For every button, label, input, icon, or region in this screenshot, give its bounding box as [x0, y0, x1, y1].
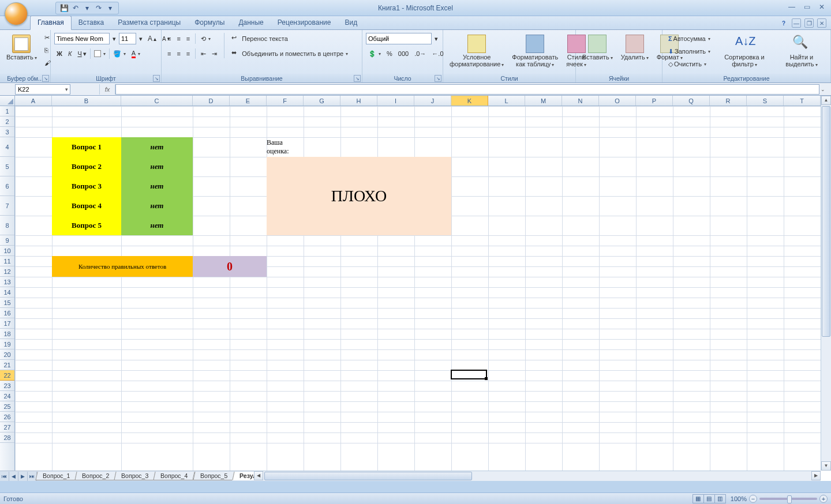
win-close-icon[interactable]: ✕: [817, 18, 826, 28]
zoom-level[interactable]: 100%: [731, 495, 747, 502]
sheet-nav-prev-icon[interactable]: ◀: [9, 472, 18, 481]
fx-icon[interactable]: fx: [99, 84, 115, 95]
save-icon[interactable]: 💾: [59, 3, 69, 13]
scroll-right-icon[interactable]: ▶: [811, 471, 821, 480]
cell-question-4[interactable]: Вопрос 4: [52, 196, 121, 216]
view-pagebreak-button[interactable]: ▥: [714, 494, 726, 503]
font-color-button[interactable]: A: [129, 48, 143, 59]
dropdown-icon[interactable]: ▾: [83, 3, 92, 13]
percent-button[interactable]: %: [384, 48, 395, 59]
zoom-slider[interactable]: [759, 498, 817, 500]
column-header-A[interactable]: A: [15, 96, 52, 106]
column-header-H[interactable]: H: [340, 96, 377, 106]
align-top-button[interactable]: ≡: [165, 33, 173, 44]
row-header-10[interactable]: 10: [0, 246, 14, 256]
undo-icon[interactable]: ↶: [71, 3, 80, 13]
column-header-N[interactable]: N: [562, 96, 599, 106]
row-header-12[interactable]: 12: [0, 266, 14, 277]
sheet-tab-Вопрос_2[interactable]: Вопрос_2: [75, 472, 117, 480]
row-header-1[interactable]: 1: [0, 106, 14, 116]
column-header-L[interactable]: L: [488, 96, 525, 106]
hscroll-thumb[interactable]: [264, 472, 472, 480]
tab-review[interactable]: Рецензирование: [271, 16, 338, 29]
column-header-F[interactable]: F: [267, 96, 304, 106]
decrease-indent-button[interactable]: ⇤: [199, 48, 208, 59]
fill-button[interactable]: ⬇ Заполнить: [666, 46, 713, 57]
redo-icon[interactable]: ↷: [94, 3, 103, 13]
column-header-D[interactable]: D: [193, 96, 230, 106]
font-dialog-icon[interactable]: ↘: [153, 75, 160, 82]
tab-formulas[interactable]: Формулы: [188, 16, 231, 29]
sheet-nav-next-icon[interactable]: ▶: [18, 472, 28, 481]
merge-center-button[interactable]: ⬌Объединить и поместить в центре: [229, 48, 350, 59]
row-header-7[interactable]: 7: [0, 196, 14, 216]
zoom-in-button[interactable]: +: [819, 495, 828, 503]
row-header-5[interactable]: 5: [0, 157, 14, 176]
column-header-R[interactable]: R: [710, 96, 747, 106]
sort-filter-button[interactable]: A↓ZСортировка и фильтр: [715, 33, 774, 70]
column-header-Q[interactable]: Q: [673, 96, 710, 106]
format-as-table-button[interactable]: Форматировать как таблицу: [509, 33, 561, 70]
bold-button[interactable]: Ж: [54, 48, 65, 59]
column-header-E[interactable]: E: [230, 96, 267, 106]
underline-button[interactable]: Ч ▾: [75, 48, 88, 59]
sheet-tab-Вопрос_5[interactable]: Вопрос_5: [193, 472, 234, 480]
column-header-M[interactable]: M: [525, 96, 562, 106]
row-header-26[interactable]: 26: [0, 412, 14, 422]
tab-home[interactable]: Главная: [30, 16, 72, 30]
cell-answer-3[interactable]: нет: [121, 176, 193, 196]
cell-correct-label[interactable]: Количество правильных ответов: [52, 256, 193, 277]
cell-question-5[interactable]: Вопрос 5: [52, 216, 121, 235]
row-header-17[interactable]: 17: [0, 318, 14, 329]
column-header-C[interactable]: C: [121, 96, 193, 106]
borders-button[interactable]: [92, 48, 108, 59]
column-header-S[interactable]: S: [747, 96, 784, 106]
row-header-14[interactable]: 14: [0, 287, 14, 298]
row-header-20[interactable]: 20: [0, 349, 14, 360]
comma-button[interactable]: 000: [396, 48, 411, 59]
paste-button[interactable]: Вставить: [3, 33, 40, 63]
sheet-tab-Вопрос_3[interactable]: Вопрос_3: [114, 472, 156, 480]
row-header-9[interactable]: 9: [0, 235, 14, 246]
column-header-K[interactable]: K: [451, 96, 488, 106]
sheet-tab-Вопрос_4[interactable]: Вопрос_4: [154, 472, 195, 480]
row-header-8[interactable]: 8: [0, 216, 14, 235]
clipboard-dialog-icon[interactable]: ↘: [42, 75, 49, 82]
row-header-28[interactable]: 28: [0, 432, 14, 443]
tab-insert[interactable]: Вставка: [72, 16, 111, 29]
alignment-dialog-icon[interactable]: ↘: [354, 75, 361, 82]
tab-data[interactable]: Данные: [231, 16, 270, 29]
row-header-16[interactable]: 16: [0, 308, 14, 318]
cell-answer-5[interactable]: нет: [121, 216, 193, 235]
vertical-scrollbar[interactable]: ▲ ▼: [821, 96, 831, 471]
wrap-text-button[interactable]: ↩Перенос текста: [229, 33, 350, 44]
row-header-23[interactable]: 23: [0, 381, 14, 391]
align-center-button[interactable]: ≡: [174, 48, 182, 59]
insert-cells-button[interactable]: Вставить: [579, 33, 616, 63]
column-header-I[interactable]: I: [377, 96, 414, 106]
currency-button[interactable]: 💲: [366, 48, 383, 59]
formula-input[interactable]: [115, 84, 819, 95]
row-header-2[interactable]: 2: [0, 116, 14, 127]
autosum-button[interactable]: Σ Автосумма: [666, 33, 713, 44]
row-header-11[interactable]: 11: [0, 256, 14, 266]
row-header-25[interactable]: 25: [0, 401, 14, 412]
clear-button[interactable]: ◇ Очистить: [666, 58, 713, 70]
delete-cells-button[interactable]: Удалить: [618, 33, 652, 63]
column-header-O[interactable]: O: [599, 96, 636, 106]
column-header-G[interactable]: G: [304, 96, 340, 106]
formula-expand-icon[interactable]: ⌄: [821, 86, 829, 92]
maximize-button[interactable]: ▭: [801, 2, 813, 12]
row-header-27[interactable]: 27: [0, 422, 14, 432]
fill-color-button[interactable]: 🪣: [111, 48, 128, 59]
font-size-dropdown-icon[interactable]: ▾: [137, 33, 144, 44]
row-header-3[interactable]: 3: [0, 127, 14, 137]
tab-view[interactable]: Вид: [338, 16, 364, 29]
number-format-combo[interactable]: [366, 33, 432, 44]
font-size-combo[interactable]: [119, 33, 136, 44]
cell-answer-1[interactable]: нет: [121, 137, 193, 157]
cell-question-1[interactable]: Вопрос 1: [52, 137, 121, 157]
column-header-T[interactable]: T: [784, 96, 821, 106]
increase-indent-button[interactable]: ⇥: [209, 48, 219, 59]
sheet-tab-Вопрос_1[interactable]: Вопрос_1: [35, 472, 77, 480]
